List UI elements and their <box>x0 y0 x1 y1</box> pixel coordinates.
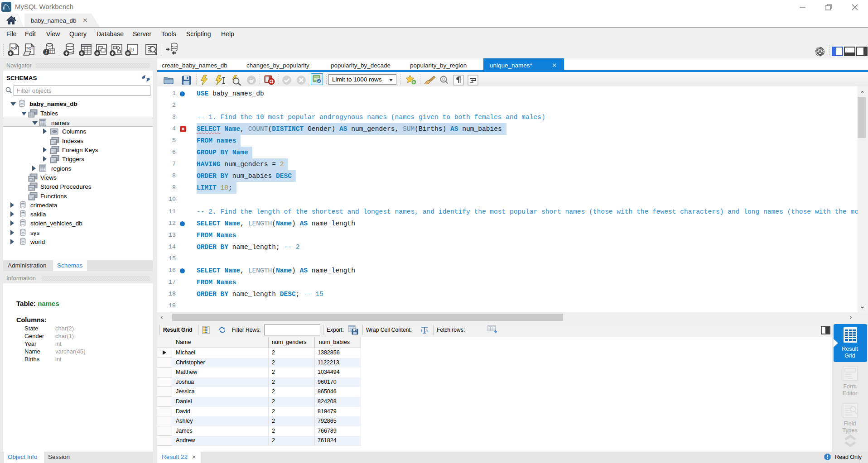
svg-text:SQL: SQL <box>26 46 34 50</box>
svg-text:SQL: SQL <box>11 46 19 50</box>
svg-text:A: A <box>425 329 428 333</box>
svg-text:I: I <box>421 329 422 333</box>
